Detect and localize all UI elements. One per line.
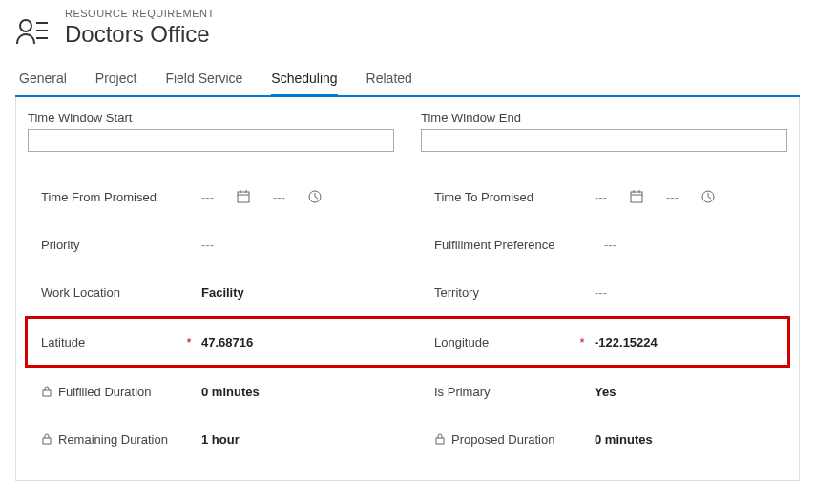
label-latitude: Latitude <box>41 335 184 349</box>
label-work-location: Work Location <box>41 285 184 300</box>
field-territory: Territory --- <box>421 268 787 316</box>
field-time-from-promised: Time From Promised --- --- <box>28 173 394 220</box>
label-time-from-promised: Time From Promised <box>41 190 184 204</box>
lock-icon <box>41 433 52 445</box>
value-fulfillment-preference[interactable]: --- <box>604 238 616 252</box>
entity-type-label: RESOURCE REQUIREMENT <box>65 8 215 19</box>
svg-rect-20 <box>436 438 444 444</box>
svg-line-10 <box>315 197 318 199</box>
time-to-date-value[interactable]: --- <box>595 190 607 204</box>
tab-scheduling[interactable]: Scheduling <box>271 65 337 96</box>
svg-point-0 <box>20 20 31 32</box>
required-indicator: * <box>184 335 194 349</box>
label-is-primary: Is Primary <box>434 385 577 399</box>
label-territory: Territory <box>434 285 577 300</box>
label-fulfillment-preference: Fulfillment Preference <box>434 238 587 252</box>
field-latitude: Latitude * 47.68716 <box>28 323 394 361</box>
value-work-location[interactable]: Facility <box>201 285 244 300</box>
field-fulfilled-duration: Fulfilled Duration 0 minutes <box>28 368 394 415</box>
label-priority: Priority <box>41 238 184 252</box>
tab-bar: General Project Field Service Scheduling… <box>15 65 800 96</box>
value-proposed-duration: 0 minutes <box>595 432 653 447</box>
field-is-primary: Is Primary Yes <box>421 368 787 415</box>
value-priority[interactable]: --- <box>201 238 214 252</box>
field-time-to-promised: Time To Promised --- --- <box>421 173 787 220</box>
page-title: Doctors Office <box>65 21 215 48</box>
label-time-to-promised: Time To Promised <box>434 190 577 204</box>
svg-line-17 <box>708 197 711 199</box>
lock-icon <box>41 386 52 397</box>
tab-related[interactable]: Related <box>366 65 412 96</box>
field-fulfillment-preference: Fulfillment Preference --- <box>421 220 787 268</box>
calendar-icon[interactable] <box>630 190 643 203</box>
field-remaining-duration: Remaining Duration 1 hour <box>28 415 394 463</box>
lock-icon <box>434 433 446 445</box>
clock-icon[interactable] <box>308 190 322 203</box>
svg-rect-4 <box>238 192 249 202</box>
time-to-time-value[interactable]: --- <box>666 190 679 204</box>
value-remaining-duration: 1 hour <box>201 432 240 447</box>
time-window-end-label: Time Window End <box>421 111 787 125</box>
svg-rect-11 <box>631 192 642 202</box>
svg-rect-18 <box>43 390 51 396</box>
label-proposed-duration: Proposed Duration <box>434 432 577 447</box>
field-work-location: Work Location Facility <box>28 268 394 316</box>
value-fulfilled-duration: 0 minutes <box>201 385 260 399</box>
value-territory[interactable]: --- <box>595 285 607 300</box>
time-window-end-input[interactable] <box>421 129 787 152</box>
value-is-primary[interactable]: Yes <box>595 385 616 399</box>
value-latitude[interactable]: 47.68716 <box>201 335 253 349</box>
svg-rect-19 <box>43 438 51 444</box>
time-window-start-input[interactable] <box>28 129 394 152</box>
label-remaining-duration: Remaining Duration <box>41 432 184 447</box>
tab-general[interactable]: General <box>19 65 67 96</box>
field-proposed-duration: Proposed Duration 0 minutes <box>421 415 787 463</box>
time-from-date-value[interactable]: --- <box>201 190 214 204</box>
field-longitude: Longitude * -122.15224 <box>421 323 787 361</box>
tab-project[interactable]: Project <box>95 65 137 96</box>
time-window-start-label: Time Window Start <box>28 111 394 125</box>
latlon-highlight-box: Latitude * 47.68716 Longitude * -122.152… <box>25 316 790 368</box>
page-header: RESOURCE REQUIREMENT Doctors Office <box>15 8 800 50</box>
clock-icon[interactable] <box>701 190 715 203</box>
required-indicator: * <box>577 335 587 349</box>
label-longitude: Longitude <box>434 335 577 349</box>
calendar-icon[interactable] <box>237 190 250 203</box>
resource-requirement-icon <box>15 15 50 50</box>
time-from-time-value[interactable]: --- <box>273 190 285 204</box>
value-longitude[interactable]: -122.15224 <box>595 335 658 349</box>
field-priority: Priority --- <box>28 220 394 268</box>
label-fulfilled-duration: Fulfilled Duration <box>41 385 184 399</box>
tab-field-service[interactable]: Field Service <box>165 65 242 96</box>
